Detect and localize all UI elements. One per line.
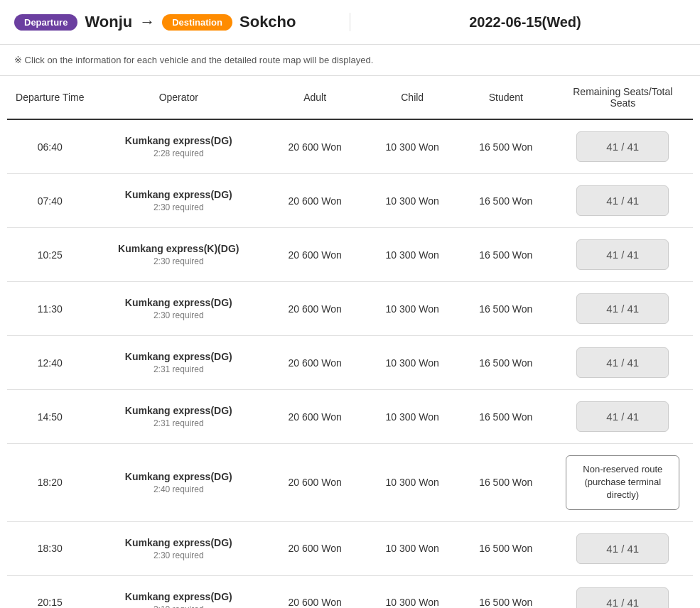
cell-child-price: 10 300 Won [365,390,459,444]
cell-adult-price: 20 600 Won [264,444,366,522]
seats-button[interactable]: 41 / 41 [576,131,669,162]
cell-student-price: 16 500 Won [459,282,553,336]
route-section: Departure Wonju → Destination Sokcho [14,13,350,31]
cell-student-price: 16 500 Won [459,119,553,174]
header-departure-time: Departure Time [7,76,93,119]
table-header-row: Departure Time Operator Adult Child Stud… [7,76,693,119]
page-header: Departure Wonju → Destination Sokcho 202… [0,0,700,45]
table-row[interactable]: 11:30Kumkang express(DG)2:30 required20 … [7,282,693,336]
cell-operator: Kumkang express(DG)2:10 required [93,575,264,608]
operator-name: Kumkang express(DG) [100,351,257,362]
seats-button[interactable]: 41 / 41 [576,239,669,270]
operator-name: Kumkang express(DG) [100,135,257,146]
cell-operator: Kumkang express(DG)2:30 required [93,282,264,336]
operator-duration: 2:30 required [100,202,257,212]
table-row[interactable]: 20:15Kumkang express(DG)2:10 required20 … [7,575,693,608]
operator-name: Kumkang express(DG) [100,189,257,200]
cell-departure-time: 14:50 [7,390,93,444]
cell-seats[interactable]: 41 / 41 [553,390,693,444]
cell-adult-price: 20 600 Won [264,521,366,575]
cell-child-price: 10 300 Won [365,521,459,575]
cell-adult-price: 20 600 Won [264,119,366,174]
operator-name: Kumkang express(K)(DG) [100,243,257,254]
cell-operator: Kumkang express(DG)2:30 required [93,174,264,228]
notice-text: ※ Click on the information for each vehi… [0,45,700,76]
cell-child-price: 10 300 Won [365,336,459,390]
operator-name: Kumkang express(DG) [100,591,257,602]
destination-badge: Destination [162,14,232,31]
operator-duration: 2:10 required [100,604,257,608]
cell-student-price: 16 500 Won [459,575,553,608]
origin-city: Wonju [85,13,132,31]
destination-city: Sokcho [239,13,296,31]
cell-departure-time: 06:40 [7,119,93,174]
cell-seats[interactable]: 41 / 41 [553,336,693,390]
table-row[interactable]: 18:30Kumkang express(DG)2:30 required20 … [7,521,693,575]
schedule-table: Departure Time Operator Adult Child Stud… [7,76,693,608]
cell-departure-time: 18:30 [7,521,93,575]
cell-operator: Kumkang express(DG)2:28 required [93,119,264,174]
operator-name: Kumkang express(DG) [100,297,257,308]
cell-seats[interactable]: 41 / 41 [553,521,693,575]
cell-child-price: 10 300 Won [365,282,459,336]
operator-duration: 2:30 required [100,310,257,320]
header-seats: Remaining Seats/Total Seats [553,76,693,119]
seats-button[interactable]: 41 / 41 [576,347,669,378]
header-operator: Operator [93,76,264,119]
operator-name: Kumkang express(DG) [100,537,257,548]
cell-child-price: 10 300 Won [365,575,459,608]
cell-adult-price: 20 600 Won [264,575,366,608]
cell-child-price: 10 300 Won [365,174,459,228]
non-reserved-button[interactable]: Non-reserved route(purchase terminal dir… [566,455,679,510]
cell-departure-time: 18:20 [7,444,93,522]
operator-duration: 2:30 required [100,550,257,560]
header-student: Student [459,76,553,119]
operator-duration: 2:30 required [100,256,257,266]
seats-button[interactable]: 41 / 41 [576,185,669,216]
table-row[interactable]: 18:20Kumkang express(DG)2:40 required20 … [7,444,693,522]
seats-button[interactable]: 41 / 41 [576,587,669,608]
cell-operator: Kumkang express(DG)2:40 required [93,444,264,522]
cell-student-price: 16 500 Won [459,228,553,282]
header-child: Child [365,76,459,119]
seats-button[interactable]: 41 / 41 [576,293,669,324]
table-row[interactable]: 14:50Kumkang express(DG)2:31 required20 … [7,390,693,444]
cell-adult-price: 20 600 Won [264,336,366,390]
operator-name: Kumkang express(DG) [100,405,257,416]
cell-adult-price: 20 600 Won [264,282,366,336]
cell-operator: Kumkang express(DG)2:30 required [93,521,264,575]
cell-departure-time: 11:30 [7,282,93,336]
seats-button[interactable]: 41 / 41 [576,401,669,432]
cell-adult-price: 20 600 Won [264,174,366,228]
arrow-icon: → [139,13,155,31]
table-row[interactable]: 10:25Kumkang express(K)(DG)2:30 required… [7,228,693,282]
cell-departure-time: 07:40 [7,174,93,228]
cell-departure-time: 12:40 [7,336,93,390]
cell-seats[interactable]: 41 / 41 [553,282,693,336]
table-row[interactable]: 06:40Kumkang express(DG)2:28 required20 … [7,119,693,174]
cell-student-price: 16 500 Won [459,390,553,444]
cell-seats[interactable]: 41 / 41 [553,119,693,174]
cell-student-price: 16 500 Won [459,444,553,522]
cell-child-price: 10 300 Won [365,228,459,282]
cell-child-price: 10 300 Won [365,119,459,174]
cell-student-price: 16 500 Won [459,336,553,390]
date-display: 2022-06-15(Wed) [350,14,686,31]
cell-adult-price: 20 600 Won [264,390,366,444]
operator-duration: 2:28 required [100,148,257,158]
cell-seats[interactable]: 41 / 41 [553,174,693,228]
table-row[interactable]: 12:40Kumkang express(DG)2:31 required20 … [7,336,693,390]
operator-name: Kumkang express(DG) [100,471,257,482]
cell-seats[interactable]: 41 / 41 [553,228,693,282]
cell-seats[interactable]: Non-reserved route(purchase terminal dir… [553,444,693,522]
operator-duration: 2:31 required [100,364,257,374]
operator-duration: 2:31 required [100,418,257,428]
departure-badge: Departure [14,14,77,31]
cell-departure-time: 20:15 [7,575,93,608]
table-row[interactable]: 07:40Kumkang express(DG)2:30 required20 … [7,174,693,228]
operator-duration: 2:40 required [100,484,257,494]
cell-operator: Kumkang express(DG)2:31 required [93,390,264,444]
seats-button[interactable]: 41 / 41 [576,533,669,564]
header-adult: Adult [264,76,366,119]
cell-seats[interactable]: 41 / 41 [553,575,693,608]
